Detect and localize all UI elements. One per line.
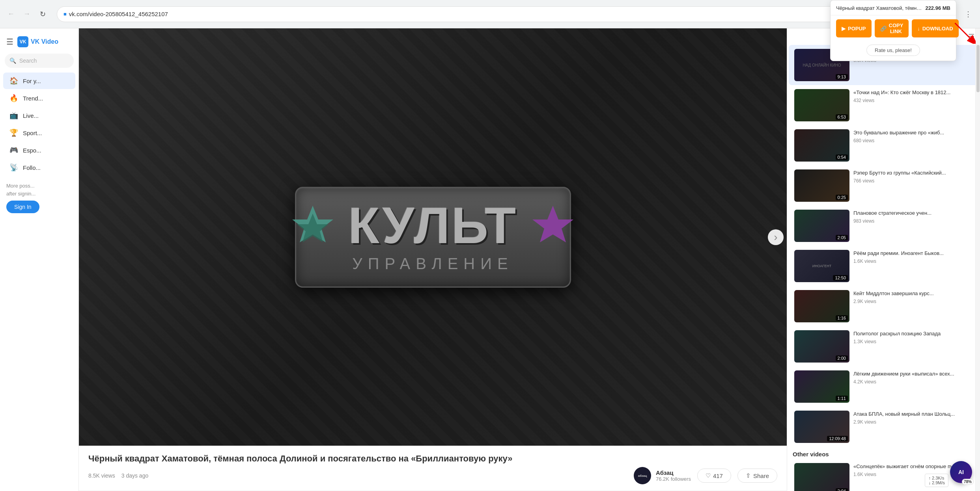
sign-in-button[interactable]: Sign In xyxy=(6,201,39,213)
video-actions: ♡ 417 ⇧ Share xyxy=(697,469,777,483)
hamburger-icon[interactable]: ☰ xyxy=(6,37,13,46)
popup-download-button[interactable]: ↓ DOWNLOAD xyxy=(912,19,959,37)
video-duration-3: 0:25 xyxy=(836,195,848,200)
video-info-5: Рëём ради премии. Иноагент Быков... 1.6K… xyxy=(853,250,973,282)
video-list-item-2[interactable]: 0:54 Это буквально выражение про «жиб...… xyxy=(789,125,978,166)
video-thumb-4: 2:05 xyxy=(794,210,849,242)
popup-copy-button[interactable]: 🔗 COPY LINK xyxy=(875,19,909,37)
upravlenie-text: УПРАВЛЕНИЕ xyxy=(352,255,513,273)
video-title-8: Лёгким движением руки «выписал» всех... xyxy=(853,370,973,378)
esports-icon: 🎮 xyxy=(9,146,18,154)
vk-logo-square: VK xyxy=(17,36,28,47)
video-thumb-1: 6:53 xyxy=(794,89,849,121)
video-views-5: 1.6K views xyxy=(853,259,973,264)
sidebar-label-live: Live... xyxy=(23,112,39,119)
ai-percent: 78% xyxy=(962,479,974,485)
channel-followers: 76.2K followers xyxy=(656,476,691,482)
video-thumb-3: 0:25 xyxy=(794,169,849,202)
teal-star-container xyxy=(289,204,336,247)
back-button[interactable]: ← xyxy=(5,8,17,20)
popup-popup-button[interactable]: ▶ POPUP xyxy=(836,19,872,37)
download-stat: ↓ 2.9M/s xyxy=(928,480,945,485)
search-icon: 🔍 xyxy=(9,58,16,64)
network-stats: ↑ 2.3K/s ↓ 2.9M/s xyxy=(925,474,948,487)
page-layout: ☰ VK VK Video 🔍 Search 🏠 For y... 🔥 Tren… xyxy=(0,28,980,491)
video-list-item-3[interactable]: 0:25 Рэпер Брутто из группы «Каспийский.… xyxy=(789,166,978,206)
video-views-3: 766 views xyxy=(853,178,973,184)
video-container[interactable]: КУЛЬТ УПРАВЛЕНИЕ › xyxy=(79,28,787,446)
forward-button[interactable]: → xyxy=(21,8,33,20)
popup-header: Чёрный квадрат Хаматовой, тёмная полоса … xyxy=(831,0,956,15)
video-info-2: Это буквально выражение про «жиб... 680 … xyxy=(853,129,973,162)
kult-top-row: КУЛЬТ xyxy=(289,200,577,251)
video-title-2: Это буквально выражение про «жиб... xyxy=(853,129,973,136)
video-thumb-5: ИНОАГЕНТ 12:50 xyxy=(794,250,849,282)
video-title-5: Рëём ради премии. Иноагент Быков... xyxy=(853,250,973,257)
more-button[interactable]: ⋮ xyxy=(961,7,975,21)
nav-arrow-right[interactable]: › xyxy=(768,229,784,245)
left-sidebar: ☰ VK VK Video 🔍 Search 🏠 For y... 🔥 Tren… xyxy=(0,28,79,491)
address-bar[interactable]: ■ vk.com/video-205805412_456252107 xyxy=(57,6,903,22)
sidebar-item-sport[interactable]: 🏆 Sport... xyxy=(3,125,75,141)
video-list-item-8[interactable]: 1:11 Лёгким движением руки «выписал» все… xyxy=(789,366,978,407)
sidebar-item-follow[interactable]: 📡 Follo... xyxy=(3,159,75,176)
heart-icon: ♡ xyxy=(706,472,711,479)
video-thumb-7: 2:00 xyxy=(794,330,849,363)
video-views: 8.5K views xyxy=(88,472,115,479)
download-popup: Чёрный квадрат Хаматовой, тёмная полоса … xyxy=(830,0,956,61)
sidebar-item-live[interactable]: 📺 Live... xyxy=(3,107,75,124)
popup-title: Чёрный квадрат Хаматовой, тёмная полоса … xyxy=(836,5,922,11)
sidebar-item-for-you[interactable]: 🏠 For y... xyxy=(3,73,75,89)
vk-logo[interactable]: VK VK Video xyxy=(17,36,58,47)
video-views-8: 4.2K views xyxy=(853,379,973,385)
video-thumb-8: 1:11 xyxy=(794,370,849,403)
video-title-1: «Точки над И»: Кто сжёг Москву в 1812... xyxy=(853,89,973,96)
video-duration-2: 0:54 xyxy=(836,154,848,160)
follow-icon: 📡 xyxy=(9,163,18,172)
other-videos-header: Other videos xyxy=(787,447,980,459)
sidebar-item-esports[interactable]: 🎮 Espo... xyxy=(3,142,75,158)
right-sidebar-scroll[interactable]: ☰ НАД ОНЛАЙН КИНО 9:13 Чёрный квадрат Ха… xyxy=(787,28,980,491)
video-info-7: Политолог раскрыл позицию Запада 1.3K vi… xyxy=(853,330,973,363)
sidebar-label-esports: Espo... xyxy=(23,147,41,154)
share-button[interactable]: ⇧ Share xyxy=(737,469,777,483)
video-thumb-6: 1:16 xyxy=(794,290,849,322)
kult-sign: КУЛЬТ УПРАВЛЕНИЕ xyxy=(295,187,571,288)
video-title: Чёрный квадрат Хаматовой, тёмная полоса … xyxy=(88,454,777,464)
popup-buttons: ▶ POPUP 🔗 COPY LINK ↓ DOWNLOAD xyxy=(831,15,956,41)
video-thumbnail: КУЛЬТ УПРАВЛЕНИЕ xyxy=(79,28,787,446)
video-list-item-4[interactable]: 2:05 Плановое стратегическое учен... 983… xyxy=(789,206,978,246)
video-list-item-7[interactable]: 2:00 Политолог раскрыл позицию Запада 1.… xyxy=(789,326,978,366)
video-list-item-9[interactable]: 12:09:48 Атака БПЛА, новый мирный план Ш… xyxy=(789,407,978,447)
video-views-1: 432 views xyxy=(853,98,973,103)
scrollbar-track xyxy=(975,28,980,491)
video-title-6: Кейт Миддлтон завершила курс... xyxy=(853,290,973,297)
video-list-item-5[interactable]: ИНОАГЕНТ 12:50 Рëём ради премии. Иноаген… xyxy=(789,246,978,286)
right-sidebar: ☰ НАД ОНЛАЙН КИНО 9:13 Чёрный квадрат Ха… xyxy=(787,28,980,491)
sidebar-label-trending: Trend... xyxy=(23,95,43,102)
sidebar-header: ☰ VK VK Video xyxy=(0,33,78,50)
video-info-8: Лёгким движением руки «выписал» всех... … xyxy=(853,370,973,403)
video-duration-7: 2:00 xyxy=(836,355,848,361)
sidebar-more-section: More poss...after signin... Sign In xyxy=(0,182,78,213)
video-thumb-2: 0:54 xyxy=(794,129,849,162)
url-text: vk.com/video-205805412_456252107 xyxy=(69,11,168,17)
channel-name: Абзац xyxy=(656,469,691,476)
other-video-item-0[interactable]: 2:04 «Солнцепёк» выжигает огнём опорные … xyxy=(789,459,978,491)
share-icon: ⇧ xyxy=(746,472,751,479)
ai-badge[interactable]: AI 78% xyxy=(950,461,972,483)
like-button[interactable]: ♡ 417 xyxy=(697,469,731,483)
video-upload-time: 3 days ago xyxy=(121,472,149,479)
channel-info: абзац Абзац 76.2K followers xyxy=(634,467,691,484)
sport-icon: 🏆 xyxy=(9,128,18,137)
video-list-item-1[interactable]: 6:53 «Точки над И»: Кто сжёг Москву в 18… xyxy=(789,85,978,125)
rate-button[interactable]: Rate us, please! xyxy=(866,45,920,56)
refresh-button[interactable]: ↻ xyxy=(36,8,49,20)
scrollbar-thumb[interactable] xyxy=(976,45,980,92)
sidebar-item-trending[interactable]: 🔥 Trend... xyxy=(3,90,75,106)
trending-icon: 🔥 xyxy=(9,94,18,102)
svg-marker-4 xyxy=(532,206,573,242)
like-count: 417 xyxy=(713,472,723,479)
search-bar[interactable]: 🔍 Search xyxy=(5,54,74,68)
video-list-item-6[interactable]: 1:16 Кейт Миддлтон завершила курс... 2.9… xyxy=(789,286,978,326)
